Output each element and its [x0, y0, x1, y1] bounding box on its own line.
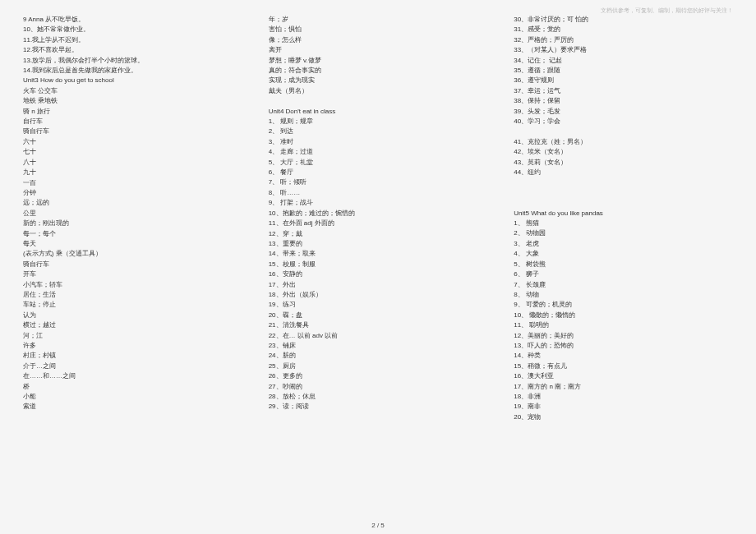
text-line: 横过；越过 — [23, 320, 242, 330]
text-line: 14、带来；取来 — [269, 249, 488, 259]
text-line: 新的；刚出现的 — [23, 219, 242, 228]
text-line: 远；远的 — [23, 198, 242, 208]
text-line: 9 Anna 从不吃早饭。 — [23, 15, 242, 25]
text-line: 认为 — [23, 311, 242, 320]
text-line: 骑自行车 — [23, 127, 242, 136]
text-line: 索道 — [23, 402, 242, 412]
text-line: 36、遵守规则 — [514, 76, 733, 85]
text-line: 3、 准时 — [269, 137, 488, 147]
text-line: 37、幸运；运气 — [514, 86, 733, 96]
text-line: 6、 狮子 — [514, 269, 733, 279]
text-line: 17、南方的 n 南；南方 — [514, 382, 733, 392]
text-line: 13、吓人的；恐怖的 — [514, 341, 733, 351]
text-line: 六十 — [23, 137, 242, 147]
text-line: 26、更多的 — [269, 371, 488, 381]
text-line: 10、她不常常做作业。 — [23, 25, 242, 35]
text-line: 九十 — [23, 168, 242, 177]
text-line: 2、 动物园 — [514, 228, 733, 238]
text-line: 19、南非 — [514, 402, 733, 412]
text-line: 43、莫莉（女名） — [514, 158, 733, 168]
text-line: 20、碟；盘 — [269, 311, 488, 320]
page-number: 2 / 5 — [0, 522, 756, 529]
text-line: 18、非洲 — [514, 392, 733, 402]
text-line: 居住；生活 — [23, 290, 242, 300]
text-line: 4、 走廊；过道 — [269, 147, 488, 157]
text-line: 公里 — [23, 209, 242, 219]
text-line: 20、宠物 — [514, 412, 733, 422]
text-line: 22、在… 以前 adv 以前 — [269, 331, 488, 341]
text-line: 34、记住； 记起 — [514, 56, 733, 66]
text-line: 小汽车；轿车 — [23, 280, 242, 290]
text-line: 自行车 — [23, 117, 242, 127]
text-line: 在……和……之间 — [23, 371, 242, 381]
text-line: 戴夫（男名） — [269, 86, 488, 96]
text-line: 15、校服；制服 — [269, 260, 488, 269]
text-line: 27、吵闹的 — [269, 382, 488, 392]
text-line: 41、克拉克（姓；男名） — [514, 137, 733, 147]
text-line: 19、练习 — [269, 300, 488, 310]
text-line: 离开 — [269, 45, 488, 55]
text-line: 真的；符合事实的 — [269, 66, 488, 76]
text-line: 29、读；阅读 — [269, 402, 488, 412]
text-line: 八十 — [23, 158, 242, 168]
text-line: 8、 动物 — [514, 290, 733, 300]
text-line: 5、 树袋熊 — [514, 260, 733, 269]
text-line: 12.我不喜欢早起。 — [23, 45, 242, 55]
text-line: 桥 — [23, 382, 242, 392]
text-line: 10、 懒散的；懒惰的 — [514, 311, 733, 320]
text-line: 许多 — [23, 341, 242, 351]
text-line: 32、严格的；严厉的 — [514, 35, 733, 45]
text-line: 6、 餐厅 — [269, 168, 488, 177]
text-line: 河；江 — [23, 331, 242, 341]
text-line: Unit5 What do you like pandas — [514, 209, 733, 219]
text-line: 小船 — [23, 392, 242, 402]
text-line: 44、纽约 — [514, 168, 733, 177]
text-line: Unit4 Don't eat in class — [269, 107, 488, 117]
text-line: 11、在外面 adj 外面的 — [269, 219, 488, 228]
text-line: 12、穿；戴 — [269, 229, 488, 239]
text-line: 13、重要的 — [269, 239, 488, 249]
text-line: 骑 n 旅行 — [23, 107, 242, 117]
text-line: 每一；每个 — [23, 229, 242, 239]
text-line: 年；岁 — [269, 15, 488, 25]
text-line: Unit3 How do you get to school — [23, 76, 242, 85]
text-line: 车站；停止 — [23, 300, 242, 310]
text-line: 分钟 — [23, 188, 242, 198]
text-line: 4、 大象 — [514, 249, 733, 259]
text-line: 介于…之间 — [23, 361, 242, 371]
column-2: 年；岁害怕；惧怕像；怎么样离开梦想；睡梦 v.做梦真的；符合事实的实现；成为现实… — [269, 15, 488, 508]
text-line: 17、外出 — [269, 280, 488, 290]
column-1: 9 Anna 从不吃早饭。10、她不常常做作业。11.我上学从不迟到。12.我不… — [23, 15, 242, 508]
text-line: 33、（对某人）要求严格 — [514, 45, 733, 55]
text-line: 13.放学后，我偶尔会打半个小时的篮球。 — [23, 56, 242, 66]
text-line: 9、 可爱的；机灵的 — [514, 300, 733, 310]
text-line: 像；怎么样 — [269, 35, 488, 45]
text-line: 14.我到家后总是首先做我的家庭作业。 — [23, 66, 242, 76]
text-line: 3、 老虎 — [514, 239, 733, 249]
text-line: 7、 听；倾听 — [269, 177, 488, 187]
text-line: 23、铺床 — [269, 341, 488, 351]
text-line: 一百 — [23, 178, 242, 188]
text-line: 开车 — [23, 269, 242, 279]
text-line: 11.我上学从不迟到。 — [23, 35, 242, 45]
text-line: 35、遵循；跟随 — [514, 66, 733, 76]
text-line: 实现；成为现实 — [269, 76, 488, 85]
text-line: 30、非常讨厌的；可 怕的 — [514, 15, 733, 25]
text-line: 害怕；惧怕 — [269, 25, 488, 35]
text-line: 16、澳大利亚 — [514, 371, 733, 381]
text-line: 18、外出（娱乐） — [269, 290, 488, 300]
text-line: 28、放松；休息 — [269, 392, 488, 402]
text-line: 16、安静的 — [269, 269, 488, 279]
text-line: 1、 规则；规章 — [269, 117, 488, 127]
text-line: 24、脏的 — [269, 351, 488, 361]
text-line: 40、学习；学会 — [514, 117, 733, 127]
text-line: 七十 — [23, 147, 242, 157]
text-line: 38、保持；保留 — [514, 96, 733, 106]
text-line: 骑自行车 — [23, 260, 242, 269]
text-line: 25、厨房 — [269, 361, 488, 371]
text-line: 12、美丽的；美好的 — [514, 331, 733, 341]
text-line: 42、埃米（女名） — [514, 147, 733, 157]
text-line: 14、种类 — [514, 351, 733, 361]
column-3: 30、非常讨厌的；可 怕的31、感受；觉的32、严格的；严厉的33、（对某人）要… — [514, 15, 733, 508]
text-line: 9、 打架；战斗 — [269, 198, 488, 208]
